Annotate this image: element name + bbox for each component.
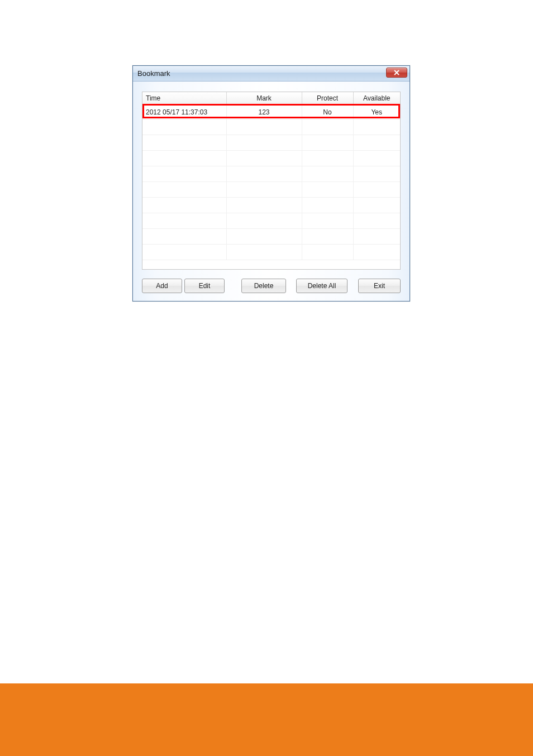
edit-button[interactable]: Edit [184,279,225,293]
cell-mark: 123 [226,104,302,119]
table-header-row: Time Mark Protect Available [142,92,400,104]
cell-time: 2012 05/17 11:37:03 [142,104,226,119]
table-row-empty [142,150,400,166]
delete-button[interactable]: Delete [241,279,286,293]
dialog-window: Bookmark Time Mark Protect [132,65,410,302]
cell-available: Yes [353,104,400,119]
button-row: Add Edit Delete Delete All Exit [142,279,401,293]
column-header-available[interactable]: Available [353,92,400,104]
table-row-empty [142,197,400,213]
close-button[interactable] [386,68,407,78]
document-page: Bookmark Time Mark Protect [0,0,533,756]
cell-protect: No [302,104,353,119]
delete-all-button[interactable]: Delete All [296,279,348,293]
table-row-empty [142,244,400,260]
bookmark-dialog-screenshot: Bookmark Time Mark Protect [132,65,410,302]
table-row-empty [142,119,400,135]
exit-button[interactable]: Exit [358,279,401,293]
table-row-empty [142,166,400,181]
add-button[interactable]: Add [142,279,182,293]
table-row-empty [142,135,400,150]
dialog-body: Time Mark Protect Available 2012 05/17 1… [133,82,410,301]
bookmark-table-container: Time Mark Protect Available 2012 05/17 1… [142,92,401,270]
table-row-empty [142,228,400,244]
column-header-protect[interactable]: Protect [302,92,353,104]
table-row[interactable]: 2012 05/17 11:37:03 123 No Yes [142,104,400,119]
table-row-empty [142,213,400,228]
column-header-time[interactable]: Time [142,92,226,104]
table-row-empty [142,181,400,197]
dialog-title: Bookmark [137,69,170,78]
close-icon [394,70,399,75]
page-footer-band [0,683,533,756]
bookmark-table[interactable]: Time Mark Protect Available 2012 05/17 1… [142,92,400,260]
column-header-mark[interactable]: Mark [226,92,302,104]
titlebar[interactable]: Bookmark [133,66,410,82]
